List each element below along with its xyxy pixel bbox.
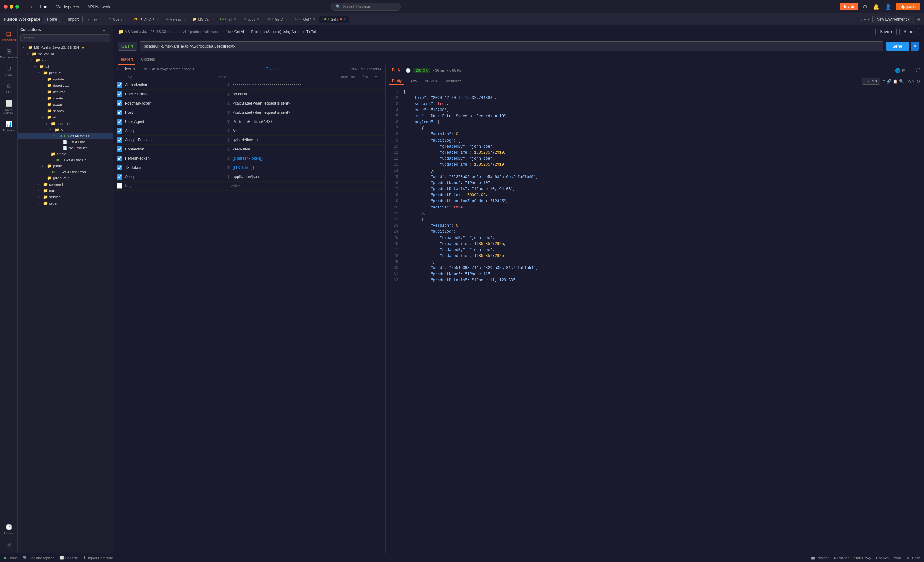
format-search-button[interactable]: 🔍	[899, 79, 904, 84]
profile-icon[interactable]: 👤	[884, 3, 892, 11]
format-copy-button[interactable]: 📋	[892, 79, 898, 84]
tree-item-secured[interactable]: ▾ 📁 secured	[18, 120, 112, 127]
cookies-button[interactable]: Cookies	[876, 556, 889, 560]
minimize-button[interactable]	[9, 5, 14, 9]
tree-item-single[interactable]: › 📁 single	[18, 151, 112, 157]
sidebar-item-environments[interactable]: ⊞ Environments	[1, 45, 16, 61]
tab-get-2[interactable]: GET Get /×	[292, 16, 318, 23]
breadcrumb-tx[interactable]: tx	[228, 30, 231, 34]
import-button[interactable]: Import	[64, 15, 83, 23]
sidebar-item-history[interactable]: 🕐 History	[1, 521, 16, 537]
tab-post-aic[interactable]: POST AI C×	[130, 16, 162, 23]
info-icon[interactable]: ⓘ	[227, 120, 230, 124]
tabs-prev-button[interactable]: ‹	[88, 17, 89, 22]
response-code-button[interactable]: </>	[908, 79, 914, 84]
info-icon[interactable]: ⓘ	[227, 138, 230, 142]
vault-button[interactable]: Vault	[894, 556, 902, 560]
nav-home[interactable]: Home	[40, 4, 51, 9]
header-checkbox[interactable]	[117, 146, 122, 152]
tree-item-v1[interactable]: ▾ 📁 v1	[18, 63, 112, 70]
breadcrumb-secured[interactable]: secured	[212, 30, 225, 34]
tree-item-activate[interactable]: › 📁 activate	[18, 89, 112, 95]
info-icon[interactable]: ⓘ	[227, 156, 230, 161]
header-checkbox[interactable]	[117, 128, 122, 134]
header-checkbox[interactable]	[117, 174, 122, 179]
presets-button[interactable]: Presets ▾	[367, 67, 381, 71]
tree-item-list-all[interactable]: 📄 List All the ...	[18, 139, 112, 145]
new-environment-button[interactable]: New Environment ▾	[872, 15, 914, 23]
new-button[interactable]: Home	[43, 15, 61, 23]
sidebar-item-collections[interactable]: ▤ Collections	[1, 28, 16, 44]
format-tab-pretty[interactable]: Pretty	[389, 77, 404, 85]
tree-item-cart[interactable]: › 📁 cart	[18, 188, 112, 194]
settings-icon[interactable]: ⚙	[861, 3, 868, 11]
header-checkbox[interactable]	[117, 110, 122, 115]
tree-item-get-all-products-pub[interactable]: › GET Get All the Prod...	[18, 169, 112, 175]
info-icon[interactable]: ⓘ	[227, 147, 230, 152]
search-bar[interactable]: 🔍 Search Postman	[331, 3, 401, 11]
tree-root-item[interactable]: ▾ 📁 MS-Vanilla Java 23, SB 334 ★	[18, 44, 112, 51]
header-checkbox[interactable]	[117, 155, 122, 161]
breadcrumb-product[interactable]: product	[190, 30, 202, 34]
tab-rv[interactable]: rv×	[91, 16, 105, 23]
info-icon[interactable]: ⓘ	[227, 92, 230, 97]
info-icon[interactable]: ⓘ	[227, 165, 230, 170]
cookies-link[interactable]: Cookies	[266, 67, 279, 71]
tree-item-product[interactable]: ▾ 📁 product	[18, 70, 112, 76]
upgrade-button[interactable]: Upgrade	[896, 3, 920, 10]
star-icon[interactable]: ★	[81, 46, 85, 50]
tabs-menu-button[interactable]: ▾	[867, 17, 870, 22]
header-key-placeholder[interactable]: Key	[125, 184, 225, 188]
tree-item-search[interactable]: › 📁 search	[18, 108, 112, 114]
status-online[interactable]: Online	[4, 556, 18, 560]
response-tab-body[interactable]: Body	[389, 66, 403, 75]
url-input[interactable]: {{baseUrl}}/ms-vanilla/api/v1/product/al…	[140, 41, 884, 51]
sidebar-item-flows[interactable]: ⬡ Flows	[1, 63, 16, 79]
tree-item-get-all-products-active[interactable]: ▾ GET Get All the Pr...	[18, 133, 112, 139]
tree-item-no-product[interactable]: 📄 No Product...	[18, 145, 112, 151]
response-more-button[interactable]: ···	[908, 68, 911, 73]
sidebar-item-extensions[interactable]: ⊞	[1, 538, 16, 551]
breadcrumb-part-root[interactable]: MS-Vanilla Java 23, SB 334	[124, 30, 168, 34]
header-checkbox[interactable]	[117, 137, 122, 143]
tab-overv[interactable]: ⊙ Overv×	[105, 16, 130, 23]
close-button[interactable]	[4, 5, 8, 9]
nav-back-button[interactable]: ‹	[24, 3, 28, 10]
share-button[interactable]: Share	[899, 28, 919, 35]
info-icon[interactable]: ⓘ	[227, 175, 230, 179]
maximize-button[interactable]	[15, 5, 19, 9]
breadcrumb-epsilon[interactable]: ε	[178, 30, 179, 34]
info-icon[interactable]: ⓘ	[227, 129, 230, 133]
tree-item-public[interactable]: ▾ 📁 public	[18, 163, 112, 169]
tree-item-get-all-products-2[interactable]: GET Get All the Pr...	[18, 157, 112, 163]
tab-public[interactable]: ⊙ publi×	[240, 16, 262, 23]
postbot-button[interactable]: 🤖 Postbot	[811, 556, 828, 560]
sidebar-item-monitors[interactable]: 📊 Monitors	[1, 118, 16, 135]
collections-more-button[interactable]: ···	[106, 27, 110, 32]
tree-item-tx[interactable]: ▾ 📁 tx	[18, 127, 112, 133]
format-tab-raw[interactable]: Raw	[407, 78, 420, 85]
tree-item-ms-vanilla[interactable]: ▾ 📁 ms-vanilla	[18, 51, 112, 57]
send-button[interactable]: Send	[886, 42, 909, 51]
response-web-button[interactable]: 🌐	[895, 68, 900, 73]
add-collection-button[interactable]: +	[99, 27, 101, 32]
header-checkbox[interactable]	[117, 119, 122, 124]
info-icon[interactable]: ⓘ	[227, 110, 230, 115]
find-replace-button[interactable]: 🔍 Find and replace	[23, 556, 54, 560]
format-wrap-button[interactable]: ≡	[883, 79, 885, 84]
tab-cookies[interactable]: Cookies	[140, 54, 156, 64]
sidebar-toggle-button[interactable]: ⊞	[916, 17, 920, 22]
nav-workspaces[interactable]: Workspaces ▾	[57, 4, 82, 9]
breadcrumb-v1[interactable]: v1	[183, 30, 186, 34]
notifications-icon[interactable]: 🔔	[872, 3, 880, 11]
invite-button[interactable]: Invite	[840, 3, 858, 10]
response-settings-button[interactable]: ⚙	[916, 79, 920, 84]
save-button[interactable]: Save ▾	[876, 28, 897, 35]
start-proxy-button[interactable]: Start Proxy	[854, 556, 871, 560]
search-input[interactable]	[20, 34, 110, 42]
header-value-placeholder[interactable]: Value	[231, 184, 381, 188]
header-checkbox[interactable]	[117, 165, 122, 170]
tab-release[interactable]: ⊙ Releas×	[163, 16, 189, 23]
send-dropdown-button[interactable]: ▾	[911, 42, 919, 51]
info-icon[interactable]: ⓘ	[227, 83, 230, 87]
